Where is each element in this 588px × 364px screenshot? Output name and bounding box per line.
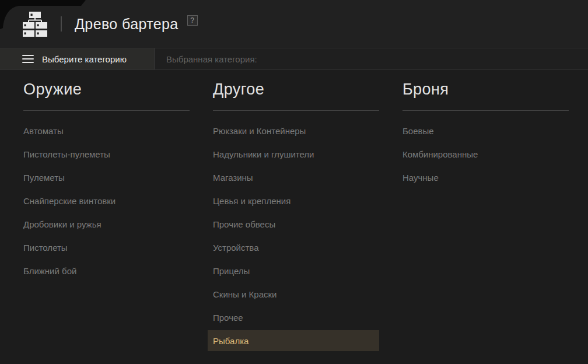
category-item[interactable]: Прочее — [208, 307, 379, 328]
category-list: Рюкзаки и КонтейнерыНадульники и глушите… — [213, 120, 379, 351]
category-item[interactable]: Магазины — [208, 167, 379, 188]
category-item-label: Автоматы — [23, 126, 64, 136]
category-item-label: Магазины — [213, 173, 253, 183]
tab-bar: Выберите категорию Выбранная категория: — [0, 48, 588, 70]
category-item[interactable]: Рюкзаки и Контейнеры — [208, 120, 379, 141]
barter-tree-icon — [22, 11, 48, 37]
category-item-label: Дробовики и ружья — [23, 219, 102, 229]
column-armor: Броня БоевыеКомбинированныеНаучные — [402, 79, 569, 364]
category-item-label: Прицелы — [213, 266, 250, 276]
category-item[interactable]: Устройства — [208, 237, 379, 258]
help-icon[interactable]: ? — [187, 15, 198, 26]
category-item[interactable]: Научные — [397, 167, 569, 188]
category-item[interactable]: Пистолеты — [18, 237, 190, 258]
tab-selected-category-label: Выбранная категория: — [166, 54, 257, 64]
category-panel: Оружие АвтоматыПистолеты-пулеметыПулемет… — [0, 70, 588, 364]
category-item-label: Пистолеты-пулеметы — [23, 149, 110, 159]
category-item[interactable]: Снайперские винтовки — [18, 190, 190, 211]
category-item[interactable]: Боевые — [397, 120, 569, 141]
category-item-label: Рюкзаки и Контейнеры — [213, 126, 306, 136]
category-item-label: Ближний бой — [23, 266, 76, 276]
category-item[interactable]: Дробовики и ружья — [18, 214, 190, 235]
category-item[interactable]: Цевья и крепления — [208, 190, 379, 211]
category-item-label: Надульники и глушители — [213, 149, 314, 159]
category-item[interactable]: Скины и Краски — [208, 284, 379, 304]
column-title: Броня — [402, 79, 569, 99]
category-item-label: Пулеметы — [23, 173, 65, 183]
category-list: АвтоматыПистолеты-пулеметыПулеметыСнайпе… — [23, 120, 190, 281]
tab-selected-category[interactable]: Выбранная категория: — [155, 48, 257, 69]
category-list: БоевыеКомбинированныеНаучные — [402, 120, 569, 188]
column-title: Другое — [213, 79, 379, 99]
hamburger-menu-icon — [22, 55, 34, 63]
category-item-label: Комбинированные — [402, 149, 478, 159]
category-item-label: Снайперские винтовки — [23, 196, 116, 206]
category-item[interactable]: Пистолеты-пулеметы — [18, 144, 190, 164]
category-item[interactable]: Прочие обвесы — [208, 214, 379, 235]
category-item-label: Скины и Краски — [213, 289, 276, 299]
barter-tree-screen: Древо бартера ? Выберите категорию Выбра… — [0, 0, 588, 364]
category-item[interactable]: Автоматы — [18, 120, 190, 141]
category-item-label: Цевья и крепления — [213, 196, 290, 206]
column-divider — [213, 110, 379, 111]
column-weapons: Оружие АвтоматыПистолеты-пулеметыПулемет… — [23, 79, 190, 364]
header: Древо бартера ? — [0, 0, 588, 48]
column-divider — [23, 110, 190, 111]
page-title: Древо бартера — [75, 16, 178, 33]
category-item[interactable]: Надульники и глушители — [208, 144, 379, 164]
header-divider — [61, 16, 62, 32]
category-item-label: Прочие обвесы — [213, 219, 275, 229]
category-item[interactable]: Рыбалка — [208, 330, 379, 351]
column-divider — [402, 110, 569, 111]
column-title: Оружие — [23, 79, 190, 99]
column-other: Другое Рюкзаки и КонтейнерыНадульники и … — [213, 79, 379, 364]
tab-select-category[interactable]: Выберите категорию — [0, 48, 155, 69]
category-item-label: Научные — [402, 173, 439, 183]
category-item-label: Прочее — [213, 313, 243, 323]
category-item-label: Рыбалка — [213, 336, 249, 346]
category-item[interactable]: Пулеметы — [18, 167, 190, 188]
category-item[interactable]: Ближний бой — [18, 260, 190, 281]
category-item[interactable]: Прицелы — [208, 260, 379, 281]
category-item-label: Пистолеты — [23, 243, 68, 253]
category-item-label: Боевые — [402, 126, 434, 136]
category-item[interactable]: Комбинированные — [397, 144, 569, 164]
category-item-label: Устройства — [213, 243, 258, 253]
tab-select-category-label: Выберите категорию — [42, 54, 127, 64]
